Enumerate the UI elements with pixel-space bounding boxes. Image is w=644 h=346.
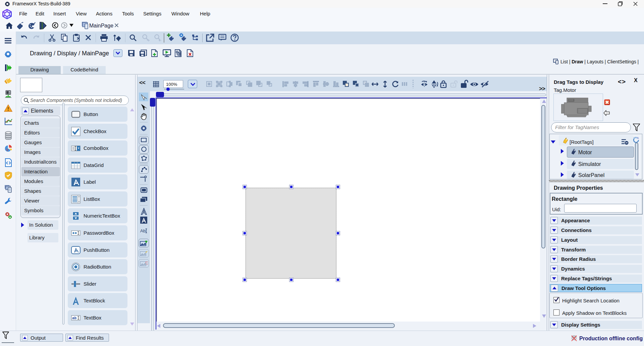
- svg-text:ab: ab: [72, 316, 77, 320]
- svg-text:Ab: Ab: [140, 228, 146, 233]
